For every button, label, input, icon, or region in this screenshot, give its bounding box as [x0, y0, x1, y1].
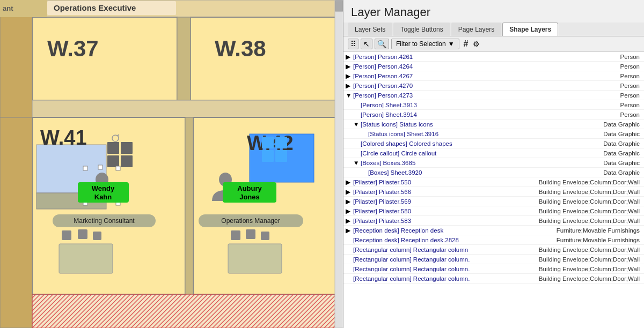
table-row[interactable]: [Rectangular column] Rectangular column.… — [343, 255, 644, 264]
table-row[interactable]: [Person] Sheet.3914 Person — [343, 110, 644, 120]
search-btn[interactable]: 🔍 — [375, 39, 389, 49]
wendy-lastname: Kahn — [94, 193, 112, 201]
table-row[interactable]: ▼ [Status icons] Status icons Data Graph… — [343, 120, 644, 129]
row-type: Data Graphic — [558, 150, 644, 156]
expand-icon[interactable]: ▶ — [343, 63, 352, 70]
lm-toolbar: ⠿ ↖ 🔍 Filter to Selection ▼ # ⚙ — [343, 36, 644, 52]
table-row[interactable]: ▶ [Pilaster] Pilaster.566 Building Envel… — [343, 187, 644, 197]
filter-to-selection-btn[interactable]: Filter to Selection ▼ — [391, 39, 459, 49]
expand-icon[interactable]: ▼ — [343, 121, 360, 128]
table-row[interactable]: ▶ [Pilaster] Pilaster.550 Building Envel… — [343, 177, 644, 187]
table-row[interactable]: ▼ [Person] Person.4273 Person — [343, 91, 644, 100]
row-type: Data Graphic — [558, 169, 644, 176]
tab-toggle-buttons[interactable]: Toggle Buttons — [393, 23, 450, 36]
tab-layer-sets[interactable]: Layer Sets — [348, 23, 392, 36]
expand-icon[interactable]: ▼ — [343, 160, 360, 166]
svg-rect-43 — [231, 230, 240, 240]
lm-rows-list: ▶ [Person] Person.4261 Person ▶ [Person]… — [343, 52, 644, 328]
table-row[interactable]: [Circle callout] Circle callout Data Gra… — [343, 148, 644, 158]
row-type: Building Envelope;Column;Door;Wall — [539, 198, 644, 205]
table-row[interactable]: [Status icons] Sheet.3916 Data Graphic — [343, 129, 644, 139]
table-row[interactable]: ▶ [Pilaster] Pilaster.569 Building Envel… — [343, 197, 644, 206]
table-row[interactable]: ▶ [Reception desk] Reception desk Furnit… — [343, 226, 644, 235]
svg-rect-19 — [121, 142, 133, 154]
expand-icon[interactable]: ▶ — [343, 227, 352, 234]
row-name: [Person] Person.4270 — [352, 83, 558, 89]
svg-rect-41 — [93, 232, 101, 240]
row-type: Person — [558, 63, 644, 70]
row-name: [Pilaster] Pilaster.569 — [352, 198, 539, 205]
svg-rect-45 — [261, 232, 269, 240]
table-row[interactable]: ▶ [Pilaster] Pilaster.583 Building Envel… — [343, 216, 644, 226]
row-name: [Person] Person.4264 — [352, 63, 558, 70]
svg-rect-16 — [0, 117, 32, 328]
table-row[interactable]: [Colored shapes] Colored shapes Data Gra… — [343, 139, 644, 148]
row-name: [Rectangular column] Rectangular column — [352, 247, 539, 253]
expand-icon[interactable]: ▼ — [343, 92, 352, 99]
hash-btn[interactable]: # — [462, 39, 471, 49]
tab-page-layers[interactable]: Page Layers — [451, 23, 501, 36]
expand-icon[interactable]: ▶ — [343, 72, 352, 80]
row-name: [Person] Person.4261 — [352, 54, 558, 60]
table-row[interactable]: [Boxes] Sheet.3920 Data Graphic — [343, 168, 644, 177]
row-name: [Pilaster] Pilaster.566 — [352, 189, 539, 195]
table-row[interactable]: ▶ [Pilaster] Pilaster.580 Building Envel… — [343, 206, 644, 216]
drag-handle-btn[interactable]: ⠿ — [348, 39, 358, 49]
table-row[interactable]: ▶ [Person] Person.4270 Person — [343, 81, 644, 91]
row-type: Building Envelope;Column;Door;Wall — [539, 247, 644, 253]
expand-icon[interactable]: ▶ — [343, 178, 352, 186]
row-type: Person — [558, 111, 644, 118]
settings-icon[interactable]: ⚙ — [473, 40, 480, 48]
table-row[interactable]: [Rectangular column] Rectangular column.… — [343, 274, 644, 284]
svg-rect-18 — [107, 142, 119, 154]
row-type: Person — [558, 54, 644, 60]
tab-shape-layers[interactable]: Shape Layers — [502, 23, 558, 36]
table-row[interactable]: ▼ [Boxes] Boxes.3685 Data Graphic — [343, 158, 644, 168]
expand-icon[interactable]: ▶ — [343, 188, 352, 196]
row-type: Data Graphic — [558, 140, 644, 147]
lm-title: Layer Manager — [343, 0, 644, 23]
table-row[interactable]: [Reception desk] Reception desk.2828 Fur… — [343, 235, 644, 245]
row-name: [Status icons] Sheet.3916 — [367, 131, 558, 137]
row-type: Building Envelope;Column;Door;Wall — [539, 275, 644, 282]
svg-rect-24 — [275, 137, 287, 148]
row-name: [Person] Person.4273 — [352, 92, 558, 99]
svg-rect-28 — [83, 166, 87, 170]
expand-icon[interactable]: ▶ — [343, 207, 352, 215]
row-name: [Boxes] Boxes.3685 — [360, 160, 558, 166]
row-name: [Reception desk] Reception desk — [352, 227, 557, 234]
expand-icon[interactable]: ▶ — [343, 82, 352, 90]
svg-rect-5 — [177, 17, 191, 100]
layer-manager: Layer Manager Layer Sets Toggle Buttons … — [343, 0, 644, 328]
svg-text:ant: ant — [3, 4, 13, 12]
row-name: [Person] Person.4267 — [352, 73, 558, 79]
table-row[interactable]: [Rectangular column] Rectangular column … — [343, 245, 644, 255]
ops-manager-role: Operations Manager — [221, 217, 280, 225]
row-type: Data Graphic — [558, 121, 644, 128]
row-name: [Pilaster] Pilaster.580 — [352, 208, 539, 214]
svg-rect-23 — [262, 137, 274, 148]
svg-rect-26 — [275, 150, 287, 162]
expand-icon[interactable]: ▶ — [343, 53, 352, 61]
svg-rect-39 — [62, 230, 71, 240]
svg-rect-47 — [335, 1, 343, 11]
row-name: [Pilaster] Pilaster.550 — [352, 179, 539, 185]
row-type: Furniture;Movable Furnishings — [557, 227, 644, 234]
row-type: Building Envelope;Column;Door;Wall — [539, 256, 644, 263]
svg-rect-38 — [59, 244, 113, 273]
table-row[interactable]: ▶ [Person] Person.4264 Person — [343, 62, 644, 71]
row-type: Building Envelope;Column;Door;Wall — [539, 208, 644, 214]
table-row[interactable]: ▶ [Person] Person.4261 Person — [343, 52, 644, 62]
cursor-btn[interactable]: ↖ — [361, 39, 372, 49]
svg-rect-20 — [107, 155, 119, 167]
expand-icon[interactable]: ▶ — [343, 198, 352, 205]
svg-rect-42 — [228, 244, 282, 273]
table-row[interactable]: [Rectangular column] Rectangular column.… — [343, 264, 644, 274]
table-row[interactable]: ▶ [Person] Person.4267 Person — [343, 71, 644, 81]
w41-label: W.41 — [40, 126, 87, 149]
w38-label: W.38 — [215, 36, 266, 61]
row-name: [Person] Sheet.3913 — [360, 102, 558, 108]
expand-icon[interactable]: ▶ — [343, 217, 352, 225]
table-row[interactable]: [Person] Sheet.3913 Person — [343, 100, 644, 110]
row-type: Data Graphic — [558, 131, 644, 137]
